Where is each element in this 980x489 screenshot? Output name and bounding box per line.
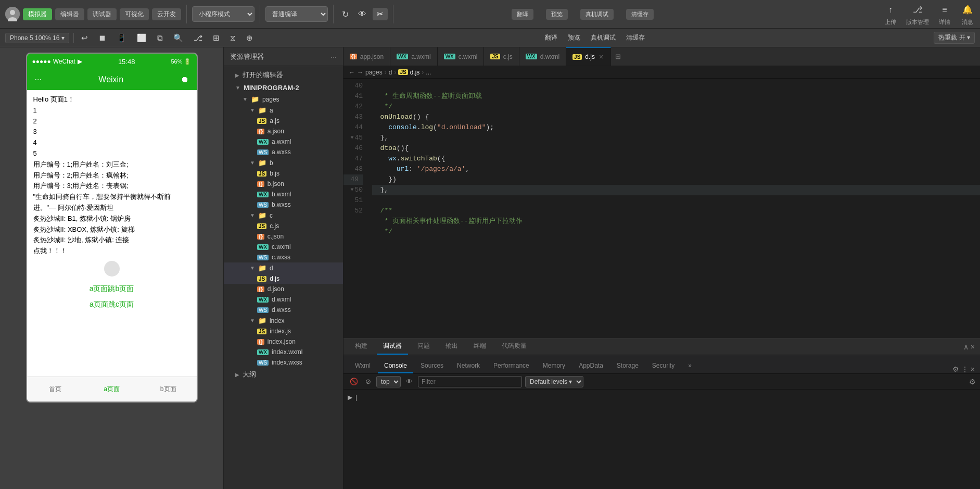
search-btn[interactable]: 🔍 [170, 32, 186, 44]
devtab-console[interactable]: Console [378, 359, 413, 373]
folder-index[interactable]: ▼ 📁 index [224, 315, 343, 326]
phone-info[interactable]: Phone 5 100% 16 ▾ [5, 33, 69, 43]
hotreload-toggle[interactable]: 热重载 开 ▾ [934, 32, 975, 44]
tablet-icon-btn[interactable]: ⬜ [134, 32, 150, 44]
devtools-vertical-dots[interactable]: ⋮ [961, 365, 969, 373]
file-indexjs[interactable]: JS index.js [224, 326, 343, 336]
tab-more[interactable]: ⊞ [611, 53, 625, 60]
tab-close-djs[interactable]: × [598, 53, 604, 61]
simulator-button[interactable]: 模拟器 [23, 8, 52, 20]
jump-b-link[interactable]: a页面跳b页面 [33, 281, 190, 296]
file-indexwxss[interactable]: WS index.wxss [224, 357, 343, 368]
file-indexjson[interactable]: {} index.json [224, 336, 343, 347]
console-filter-btn[interactable]: ⊘ [363, 377, 373, 386]
devtab-more[interactable]: » [682, 359, 698, 373]
file-dwxml[interactable]: WX d.wxml [224, 294, 343, 305]
tab-d-js[interactable]: JS d.js × [566, 47, 611, 66]
tab-a-wxml[interactable]: WX a.wxml [390, 47, 437, 66]
console-eye-btn[interactable]: 👁 [404, 377, 415, 386]
folder-c[interactable]: ▼ 📁 c [224, 210, 343, 221]
devtools-close-x[interactable]: × [971, 365, 975, 373]
breadcrumb-nav-fwd[interactable]: → [357, 69, 363, 76]
file-cwxml[interactable]: WX c.wxml [224, 242, 343, 252]
file-cwxss[interactable]: WS c.wxss [224, 252, 343, 262]
tab-b-page[interactable]: b页面 [140, 383, 197, 396]
stop-btn[interactable]: ⏹ [95, 32, 109, 43]
file-indexwxml[interactable]: WX index.wxml [224, 347, 343, 357]
devtools-chevron-up[interactable]: ∧ [963, 343, 969, 351]
folder-b[interactable]: ▼ 📁 b [224, 157, 343, 168]
devtab-security[interactable]: Security [646, 359, 681, 373]
open-editors-section[interactable]: ▶ 打开的编辑器 [224, 68, 343, 82]
console-clear-btn[interactable]: 🚫 [348, 377, 360, 386]
folder-a[interactable]: ▼ 📁 a [224, 105, 343, 116]
outline-section[interactable]: ▶ 大纲 [224, 368, 343, 381]
file-bwxml[interactable]: WX b.wxml [224, 189, 343, 199]
file-bjson[interactable]: {} b.json [224, 179, 343, 189]
devtab-network[interactable]: Network [451, 359, 486, 373]
file-bwxss[interactable]: WS b.wxss [224, 199, 343, 210]
tab-c-js[interactable]: JS c.js [484, 47, 519, 66]
file-djs[interactable]: JS d.js [224, 273, 343, 284]
quality-tab[interactable]: 代码质量 [495, 338, 533, 355]
file-cjson[interactable]: {} c.json [224, 231, 343, 242]
file-dwxss[interactable]: WS d.wxss [224, 305, 343, 315]
devtab-performance[interactable]: Performance [487, 359, 536, 373]
tab-d-wxml[interactable]: WX d.wxml [519, 47, 566, 66]
file-ajson[interactable]: {} a.json [224, 126, 343, 136]
file-djson[interactable]: {} d.json [224, 284, 343, 294]
editor-button[interactable]: 编辑器 [55, 8, 84, 20]
context-select[interactable]: top [376, 376, 401, 387]
copy-btn[interactable]: ⧉ [154, 32, 166, 44]
real-debug-button[interactable]: 真机调试 [580, 9, 614, 20]
folder-d[interactable]: ▼ 📁 d [224, 262, 343, 273]
translate-button[interactable]: 翻译 [512, 9, 533, 20]
terminal-tab[interactable]: 终端 [467, 338, 492, 355]
back-sec-btn[interactable]: ↩ [78, 32, 91, 44]
debugger-button[interactable]: 调试器 [87, 8, 117, 20]
branch-btn[interactable]: ⎇ [190, 32, 206, 44]
preview-button[interactable]: 预览 [546, 9, 568, 20]
file-awxml[interactable]: WX a.wxml [224, 136, 343, 147]
file-bjs[interactable]: JS b.js [224, 168, 343, 179]
console-filter-input[interactable] [418, 376, 522, 387]
content-click[interactable]: 点我！！！ [33, 246, 190, 257]
project-section[interactable]: ▼ MINIPROGRAM-2 [224, 82, 343, 94]
devtools-settings-btn[interactable]: ⚙ [952, 365, 959, 373]
tab-app-json[interactable]: {} app.json [343, 47, 390, 66]
cursor-btn[interactable]: ⊛ [243, 32, 256, 44]
tab-a-page[interactable]: a页面 [83, 383, 140, 396]
tab-home[interactable]: 首页 [27, 383, 84, 396]
cloud-button[interactable]: 云开发 [152, 8, 181, 20]
devtab-wxml[interactable]: Wxml [349, 359, 377, 373]
levels-select[interactable]: Default levels ▾ [525, 376, 583, 387]
tab-c-wxml[interactable]: WX c.wxml [438, 47, 485, 66]
grid-btn[interactable]: ⊞ [210, 32, 223, 44]
debugger-header-tab[interactable]: 调试器 [377, 338, 408, 355]
build-tab[interactable]: 构建 [349, 338, 374, 355]
compile-select[interactable]: 普通编译 [265, 6, 328, 22]
fe-icon-more[interactable]: ··· [330, 53, 337, 61]
split-btn[interactable]: ⧖ [227, 32, 239, 44]
devtab-sources[interactable]: Sources [414, 359, 450, 373]
file-cjs[interactable]: JS c.js [224, 221, 343, 231]
visual-button[interactable]: 可视化 [120, 8, 149, 20]
breadcrumb-nav-back[interactable]: ← [349, 69, 355, 76]
output-tab[interactable]: 输出 [439, 338, 464, 355]
devtools-close-btn[interactable]: × [971, 343, 975, 351]
phone-icon-btn[interactable]: 📱 [113, 32, 130, 44]
devtab-storage[interactable]: Storage [610, 359, 645, 373]
console-settings-btn[interactable]: ⚙ [969, 378, 976, 386]
cut-button[interactable]: ✂ [373, 8, 388, 20]
refresh-button[interactable]: ↻ [339, 8, 352, 20]
jump-c-link[interactable]: a页面跳c页面 [33, 296, 190, 312]
file-ajs[interactable]: JS a.js [224, 116, 343, 126]
devtab-memory[interactable]: Memory [537, 359, 571, 373]
issues-tab[interactable]: 问题 [411, 338, 436, 355]
file-awxss[interactable]: WS a.wxss [224, 147, 343, 157]
mode-select[interactable]: 小程序模式 [192, 6, 254, 22]
eye-button[interactable]: 👁 [355, 8, 370, 20]
pages-folder[interactable]: ▼ 📁 pages [224, 94, 343, 105]
clear-cache-button[interactable]: 清缓存 [626, 9, 654, 20]
devtab-appdata[interactable]: AppData [572, 359, 609, 373]
